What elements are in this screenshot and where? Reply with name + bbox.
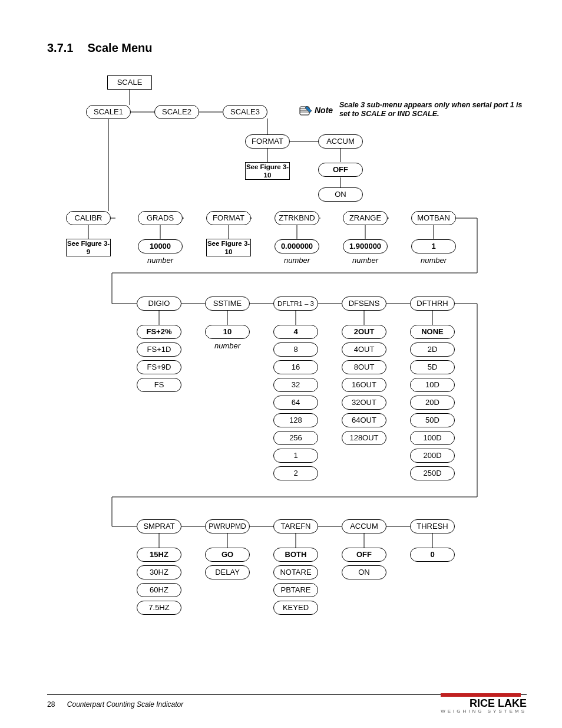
lbl-grads-number: number xyxy=(138,255,183,266)
node-on-sc3: ON xyxy=(318,187,363,202)
opt-dfthrh-2: 5D xyxy=(410,360,455,374)
node-thresh: THRESH xyxy=(410,519,455,533)
val-grads: 10000 xyxy=(138,239,183,253)
opt-dfltr-0: 4 xyxy=(273,325,318,339)
section-title: Scale Menu xyxy=(87,41,152,54)
opt-accum-1: ON xyxy=(342,565,386,579)
opt-dfsens-1: 4OUT xyxy=(342,342,386,357)
opt-dfthrh-8: 250D xyxy=(410,466,455,480)
node-scale1: SCALE1 xyxy=(86,105,131,119)
opt-dfltr-8: 2 xyxy=(273,466,318,480)
opt-dfltr-2: 16 xyxy=(273,360,318,374)
opt-dfltr-6: 256 xyxy=(273,431,318,445)
brand-logo: RICE LAKE WEIGHING SYSTEMS xyxy=(441,693,527,714)
opt-digio-1: FS+1D xyxy=(137,342,181,357)
val-thresh: 0 xyxy=(410,548,455,562)
opt-pwrupmd-1: DELAY xyxy=(205,565,250,579)
menu-diagram: SCALE SCALE1 SCALE2 SCALE3 Note Scale 3 … xyxy=(53,73,524,633)
val-ztrkbnd: 0.000000 xyxy=(275,239,319,253)
brand-subtitle: WEIGHING SYSTEMS xyxy=(441,709,527,714)
opt-dfthrh-6: 100D xyxy=(410,431,455,445)
node-sstime: SSTIME xyxy=(205,297,250,311)
opt-dfsens-3: 16OUT xyxy=(342,378,386,392)
opt-dfthrh-7: 200D xyxy=(410,449,455,463)
opt-digio-2: FS+9D xyxy=(137,360,181,374)
val-format: See Figure 3-10 xyxy=(206,239,251,256)
brand-name: RICE LAKE xyxy=(441,698,527,709)
opt-smprat-2: 60HZ xyxy=(137,583,181,597)
val-sstime: 10 xyxy=(205,325,250,339)
opt-dfltr-5: 128 xyxy=(273,413,318,427)
val-calibr: See Figure 3-9 xyxy=(66,239,111,256)
node-calibr: CALIBR xyxy=(66,211,111,225)
node-accum-sc3: ACCUM xyxy=(318,134,363,149)
opt-smprat-1: 30HZ xyxy=(137,565,181,579)
val-zrange: 1.900000 xyxy=(343,239,388,253)
footer-title: Counterpart Counting Scale Indicator xyxy=(67,700,183,709)
node-off-sc3: OFF xyxy=(318,163,363,177)
node-seefig310-sc3: See Figure 3-10 xyxy=(245,162,290,180)
opt-smprat-3: 7.5HZ xyxy=(137,601,181,615)
lbl-sstime-number: number xyxy=(205,341,250,351)
opt-dfsens-4: 32OUT xyxy=(342,396,386,410)
node-digio: DIGIO xyxy=(137,297,181,311)
opt-tarefn-1: NOTARE xyxy=(273,565,318,579)
opt-dfltr-1: 8 xyxy=(273,342,318,357)
node-scale2: SCALE2 xyxy=(154,105,199,119)
section-heading: 3.7.1Scale Menu xyxy=(47,41,527,55)
note-label: Note xyxy=(315,106,333,115)
opt-digio-3: FS xyxy=(137,378,181,392)
opt-dfthrh-3: 10D xyxy=(410,378,455,392)
node-format: FORMAT xyxy=(206,211,251,225)
node-scale: SCALE xyxy=(107,75,152,90)
lbl-motban-number: number xyxy=(411,255,456,266)
node-format-sc3: FORMAT xyxy=(245,134,290,149)
opt-tarefn-2: PBTARE xyxy=(273,583,318,597)
opt-digio-0: FS+2% xyxy=(137,325,181,339)
opt-accum-0: OFF xyxy=(342,548,386,562)
opt-pwrupmd-0: GO xyxy=(205,548,250,562)
section-number: 3.7.1 xyxy=(47,41,73,55)
note-icon xyxy=(299,105,312,116)
opt-dfltr-3: 32 xyxy=(273,378,318,392)
node-dfthrh: DFTHRH xyxy=(410,297,455,311)
note-text: Scale 3 sub-menu appears only when seria… xyxy=(339,101,528,118)
opt-smprat-0: 15HZ xyxy=(137,548,181,562)
node-smprat: SMPRAT xyxy=(137,519,181,533)
lbl-zrange-number: number xyxy=(343,255,388,266)
lbl-ztrkbnd-number: number xyxy=(275,255,319,266)
node-dfsens: DFSENS xyxy=(342,297,386,311)
opt-dfsens-5: 64OUT xyxy=(342,413,386,427)
opt-dfthrh-5: 50D xyxy=(410,413,455,427)
node-scale3: SCALE3 xyxy=(223,105,267,119)
opt-dfltr-7: 1 xyxy=(273,449,318,463)
node-dfltr: DFLTR1 – 3 xyxy=(273,297,318,311)
node-pwrupmd: PWRUPMD xyxy=(205,519,250,533)
page-number: 28 xyxy=(47,700,55,709)
opt-tarefn-0: BOTH xyxy=(273,548,318,562)
opt-dfltr-4: 64 xyxy=(273,396,318,410)
node-grads: GRADS xyxy=(138,211,183,225)
opt-tarefn-3: KEYED xyxy=(273,601,318,615)
opt-dfsens-2: 8OUT xyxy=(342,360,386,374)
val-motban: 1 xyxy=(411,239,456,253)
node-motban: MOTBAN xyxy=(411,211,456,225)
node-zrange: ZRANGE xyxy=(343,211,388,225)
node-accum: ACCUM xyxy=(342,519,386,533)
node-tarefn: TAREFN xyxy=(273,519,318,533)
opt-dfthrh-4: 20D xyxy=(410,396,455,410)
opt-dfthrh-0: NONE xyxy=(410,325,455,339)
node-ztrkbnd: ZTRKBND xyxy=(275,211,319,225)
opt-dfthrh-1: 2D xyxy=(410,342,455,357)
opt-dfsens-6: 128OUT xyxy=(342,431,386,445)
opt-dfsens-0: 2OUT xyxy=(342,325,386,339)
